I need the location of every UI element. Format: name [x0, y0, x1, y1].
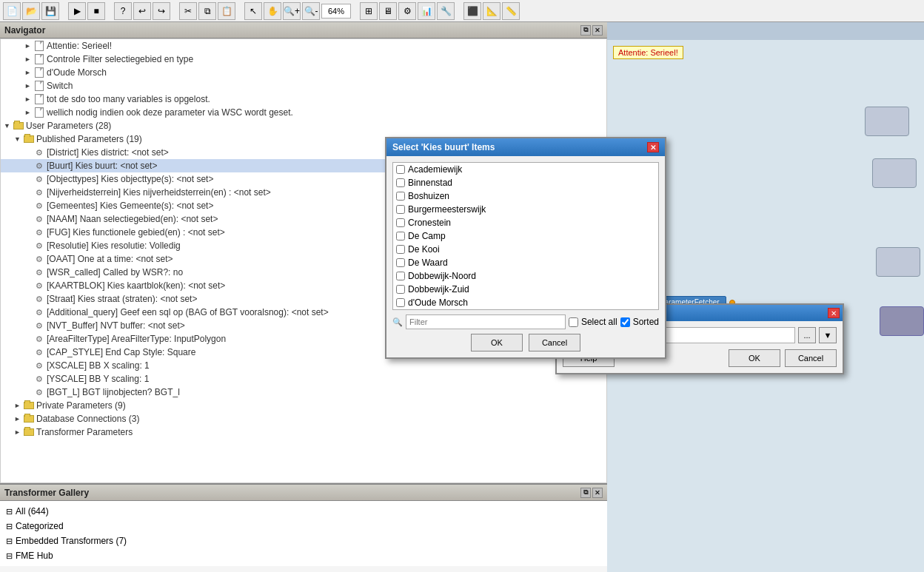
- list-item-checkbox[interactable]: [396, 178, 405, 187]
- secondary-cancel-btn[interactable]: Cancel: [785, 349, 837, 367]
- dots-btn[interactable]: ...: [798, 327, 816, 343]
- tree-arrow[interactable]: ►: [24, 42, 33, 50]
- tool1-btn[interactable]: ⚙: [398, 2, 416, 20]
- arrow-btn[interactable]: ▼: [819, 327, 837, 343]
- list-item[interactable]: Binnenstad: [393, 176, 658, 189]
- tool3-btn[interactable]: 🔧: [437, 2, 455, 20]
- tree-item[interactable]: ►d'Oude Morsch: [1, 66, 606, 79]
- tool4-btn[interactable]: ⬛: [463, 2, 481, 20]
- list-item-checkbox[interactable]: [396, 165, 405, 174]
- tree-item[interactable]: ⚙[XSCALE] BB X scaling: 1: [1, 359, 606, 372]
- tree-item[interactable]: ⚙[YSCALE] BB Y scaling: 1: [1, 372, 606, 386]
- secondary-ok-btn[interactable]: OK: [729, 349, 780, 367]
- tree-label: [WSR_called] Called by WSR?: no: [47, 267, 183, 277]
- redo-btn[interactable]: ↪: [153, 2, 170, 20]
- zoom-out-btn[interactable]: 🔍-: [302, 2, 320, 20]
- undo-btn[interactable]: ↩: [133, 2, 151, 20]
- list-item-checkbox[interactable]: [396, 272, 405, 280]
- items-list[interactable]: AcademiewijkBinnenstadBoshuizenBurgermee…: [392, 162, 659, 310]
- tree-arrow[interactable]: ►: [14, 415, 23, 423]
- list-item[interactable]: Dobbewijk-Noord: [393, 269, 658, 283]
- list-item[interactable]: Dobbewijk-Zuid: [393, 283, 658, 296]
- list-item[interactable]: Burgermeesterswijk: [393, 203, 658, 216]
- list-item-checkbox[interactable]: [396, 192, 405, 201]
- select-dialog[interactable]: Select 'Kies buurt' Items ✕ Academiewijk…: [385, 137, 666, 359]
- screen-btn[interactable]: 🖥: [379, 2, 397, 20]
- tool2-btn[interactable]: 📊: [418, 2, 435, 20]
- tree-icon: ⚙: [33, 254, 45, 264]
- paste-btn[interactable]: 📋: [218, 2, 235, 20]
- gallery-close-btn[interactable]: ✕: [592, 488, 603, 498]
- zoom-input[interactable]: 64%: [321, 4, 351, 18]
- list-item-checkbox[interactable]: [396, 205, 405, 214]
- tool6-btn[interactable]: 📏: [502, 2, 520, 20]
- help-btn[interactable]: ?: [114, 2, 132, 20]
- gallery-label: Categorized: [16, 521, 64, 531]
- navigator-close-btn[interactable]: ✕: [592, 25, 603, 36]
- open-btn[interactable]: 📂: [22, 2, 40, 20]
- zoom-in-btn[interactable]: 🔍+: [283, 2, 301, 20]
- tree-item[interactable]: ▼User Parameters (28): [1, 119, 606, 132]
- tree-item[interactable]: ►Attentie: Serieel!: [1, 39, 606, 53]
- tree-item[interactable]: ►wellich nodig indien ook deze parameter…: [1, 106, 606, 119]
- filter-input[interactable]: [406, 314, 566, 329]
- list-item-checkbox[interactable]: [396, 258, 405, 267]
- tree-arrow[interactable]: ►: [14, 402, 23, 409]
- tree-arrow[interactable]: ▼: [4, 122, 13, 129]
- tree-label: Published Parameters (19): [36, 134, 142, 144]
- tool5-btn[interactable]: 📐: [483, 2, 500, 20]
- list-item-checkbox[interactable]: [396, 298, 405, 307]
- select-dialog-close-btn[interactable]: ✕: [647, 142, 659, 152]
- tree-item[interactable]: ►Controle Filter selectiegebied en type: [1, 53, 606, 66]
- tree-item[interactable]: ►tot de sdo too many variables is opgelo…: [1, 92, 606, 106]
- filter-row: 🔍 Select all Sorted: [392, 314, 659, 329]
- stop-btn[interactable]: ■: [87, 2, 105, 20]
- list-item[interactable]: De Kooi: [393, 243, 658, 256]
- gallery-item[interactable]: ⊟FME Hub: [3, 548, 604, 563]
- sorted-checkbox[interactable]: [620, 317, 630, 327]
- list-item-checkbox[interactable]: [396, 232, 405, 240]
- run-btn[interactable]: ▶: [68, 2, 86, 20]
- list-item[interactable]: De Waard: [393, 256, 658, 269]
- list-item-checkbox[interactable]: [396, 218, 405, 227]
- tree-arrow[interactable]: ►: [24, 82, 33, 90]
- save-btn[interactable]: 💾: [41, 2, 59, 20]
- list-item[interactable]: Academiewijk: [393, 163, 658, 176]
- tree-item[interactable]: ⚙[BGT_L] BGT lijnobjecten? BGT_l: [1, 386, 606, 399]
- select-all-checkbox[interactable]: [569, 317, 578, 327]
- tree-icon: [33, 81, 45, 91]
- secondary-dialog-close-btn[interactable]: ✕: [828, 308, 840, 318]
- list-item[interactable]: Boshuizen: [393, 189, 658, 203]
- list-item[interactable]: Cronestein: [393, 216, 658, 229]
- navigator-restore-btn[interactable]: ⧉: [580, 25, 591, 36]
- copy-btn[interactable]: ⧉: [198, 2, 216, 20]
- tree-item[interactable]: ►Transformer Parameters: [1, 425, 606, 439]
- list-item-checkbox[interactable]: [396, 245, 405, 254]
- tree-item[interactable]: ►Switch: [1, 79, 606, 92]
- attention-box: Attentie: Serieel!: [613, 46, 683, 59]
- list-item-checkbox[interactable]: [396, 285, 405, 294]
- select-cancel-btn[interactable]: Cancel: [529, 334, 580, 351]
- list-item[interactable]: d'Oude Morsch: [393, 296, 658, 309]
- tree-arrow[interactable]: ▼: [14, 135, 23, 143]
- tree-item[interactable]: ►Private Parameters (9): [1, 399, 606, 412]
- select-ok-btn[interactable]: OK: [471, 334, 523, 351]
- tree-icon: ⚙: [33, 280, 45, 291]
- tree-arrow[interactable]: ►: [24, 69, 33, 76]
- tree-arrow[interactable]: ►: [14, 428, 23, 436]
- gallery-restore-btn[interactable]: ⧉: [580, 488, 591, 498]
- fit-btn[interactable]: ⊞: [360, 2, 378, 20]
- gallery-item[interactable]: ⊟Embedded Transformers (7): [3, 534, 604, 548]
- gallery-item[interactable]: ⊟All (644): [3, 504, 604, 519]
- gallery-item[interactable]: ⊟Categorized: [3, 519, 604, 534]
- new-btn[interactable]: 📄: [3, 2, 21, 20]
- navigator-title: Navigator: [4, 25, 45, 36]
- tree-arrow[interactable]: ►: [24, 109, 33, 116]
- list-item[interactable]: De Camp: [393, 229, 658, 243]
- tree-item[interactable]: ►Database Connections (3): [1, 412, 606, 425]
- pan-btn[interactable]: ✋: [264, 2, 281, 20]
- select-btn[interactable]: ↖: [244, 2, 262, 20]
- tree-arrow[interactable]: ►: [24, 95, 33, 103]
- cut-btn[interactable]: ✂: [179, 2, 197, 20]
- tree-arrow[interactable]: ►: [24, 55, 33, 63]
